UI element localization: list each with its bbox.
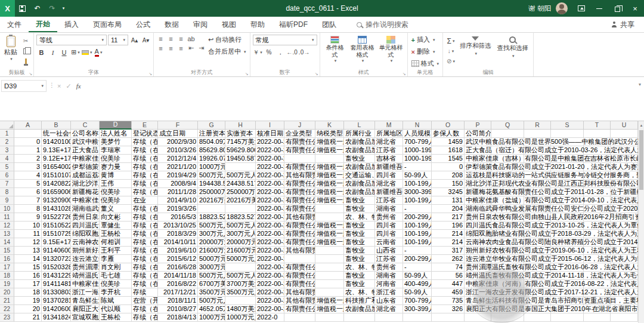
cell-N19[interactable]: 400-499人 xyxy=(403,280,432,288)
cell-B14[interactable]: 9.15E+17 xyxy=(42,238,71,247)
cell-D9[interactable]: 倪美珍 xyxy=(100,196,132,205)
copy-button[interactable] xyxy=(20,47,31,56)
cell-N2[interactable]: 700-799人 xyxy=(403,138,432,146)
cell-J15[interactable]: 其他有限责任公司 xyxy=(284,247,315,255)
cell-H8[interactable]: 250000万元人民币 xyxy=(225,188,256,196)
cell-M21[interactable]: 山东省 xyxy=(375,297,403,305)
cell-J10[interactable]: 有限责任公司 xyxy=(284,205,315,213)
scroll-up-arrow-icon[interactable]: ▲ xyxy=(639,121,644,129)
cell-C22[interactable]: 襄阳正大有限 xyxy=(71,305,100,313)
column-header-J[interactable]: J xyxy=(284,121,315,130)
column-header-P[interactable]: P xyxy=(465,121,491,130)
cell-K5[interactable]: 增值税一般纳税人 xyxy=(315,163,344,171)
cell-K17[interactable] xyxy=(315,263,344,272)
cell-A17[interactable]: 15 xyxy=(14,263,42,272)
cell-I1[interactable]: 核准日期 xyxy=(256,130,284,138)
cell-M23[interactable] xyxy=(375,313,403,322)
excel-app-icon[interactable]: X xyxy=(0,0,15,17)
cell-O17[interactable]: 74 xyxy=(432,263,465,272)
cell-F2[interactable]: 2002/9/30 xyxy=(158,138,198,146)
cell-I23[interactable]: 2022-0 xyxy=(256,313,284,322)
comma-style-button[interactable]: ， xyxy=(275,47,286,57)
cell-I15[interactable]: 2022-00-2 xyxy=(256,247,284,255)
cell-N17[interactable]: - xyxy=(403,263,432,272)
cell-M5[interactable]: 新疆维吾尔自治区 xyxy=(375,163,403,171)
row-header-14[interactable]: 14 xyxy=(0,238,14,247)
cell-L23[interactable] xyxy=(344,313,375,322)
cell-C21[interactable]: 青岛鲜生活 xyxy=(71,297,100,305)
cell-F6[interactable]: 2019/4/29 xyxy=(158,171,198,180)
cell-C7[interactable]: 湖北沙洋正邦 xyxy=(71,180,100,188)
cell-B6[interactable]: 91510107 xyxy=(42,171,71,180)
cell-J21[interactable]: 其他有限责任公司 xyxy=(284,297,315,305)
cell-D10[interactable]: 董义 xyxy=(100,205,132,213)
cell-C19[interactable]: 中粮家佳康 xyxy=(71,280,100,288)
cell-J13[interactable]: 有限责任公司 xyxy=(284,230,315,238)
cell-L13[interactable]: 畜牧业 xyxy=(344,230,375,238)
cell-H10[interactable] xyxy=(225,205,256,213)
cell-F11[interactable]: 2016/5/3 xyxy=(158,213,198,222)
cell-F12[interactable]: 2013/10/25 xyxy=(158,222,198,230)
cell-P4[interactable]: 中粮家佳康（吉林）有限公司是中粮集团在吉林省松原市长岭县投资建设的 xyxy=(465,155,491,163)
cell-G12[interactable]: 500万元人民币 xyxy=(198,222,225,230)
cell-M7[interactable]: 湖北省 xyxy=(375,180,403,188)
cell-P18[interactable]: 靖州温氏畜牧有限公司成立于2014-11-18，法定代表人为毛七雄，注册资本 xyxy=(465,272,491,280)
customize-qat-button[interactable]: ▾ xyxy=(60,0,67,17)
cell-C8[interactable]: 新疆梅花氨基酸 xyxy=(71,188,100,196)
cell-L17[interactable]: 农、林、牧、渔服务业 xyxy=(344,263,375,272)
cell-P7[interactable]: 湖北沙洋正邦现代农业有限公司是江西正邦科技股份有限公司的全资子公司 xyxy=(465,180,491,188)
cell-C16[interactable]: 连云港立华牧业 xyxy=(71,255,100,263)
cell-H2[interactable]: 7145万美元 xyxy=(225,138,256,146)
cell-L21[interactable]: 科技推广和应用服务业 xyxy=(344,297,375,305)
cell-O16[interactable]: 262 xyxy=(432,255,465,263)
cell-K9[interactable]: 增值税一般纳税人 xyxy=(315,196,344,205)
cell-N8[interactable]: 3000-3999人 xyxy=(403,188,432,196)
row-header-1[interactable]: 1 xyxy=(0,130,14,138)
row-header-19[interactable]: 19 xyxy=(0,280,14,288)
cell-G8[interactable]: 250000万元人民币 xyxy=(198,188,225,196)
cell-E3[interactable]: 存续（在业） xyxy=(132,146,158,155)
cell-A20[interactable]: 18 xyxy=(14,288,42,297)
cell-H18[interactable]: 500万元人民币 xyxy=(225,272,256,280)
cell-P13[interactable]: 绵阳双胞胎猪业有限公司成立于2018-03-29，法定代表人为王杨松，注册 xyxy=(465,230,491,238)
cell-H9[interactable]: 20216万美元 xyxy=(225,196,256,205)
column-header-R[interactable]: R xyxy=(524,121,551,130)
cell-O12[interactable]: 196 xyxy=(432,222,465,230)
cell-A16[interactable]: 14 xyxy=(14,255,42,263)
cell-L16[interactable]: 畜牧业 xyxy=(344,255,375,263)
cell-B4[interactable]: 9.12E+17 xyxy=(42,155,71,163)
cell-O19[interactable]: 447 xyxy=(432,280,465,288)
merge-center-button[interactable]: 合并后居中▾ xyxy=(207,47,247,57)
cell-H12[interactable]: 500万元人民币 xyxy=(225,222,256,230)
cell-P22[interactable]: 襄阳正大有限公司是泰国正大集团于2010年在湖北省襄阳市投资设立的现代 xyxy=(465,305,491,313)
cell-F17[interactable]: 2016/6/28 xyxy=(158,263,198,272)
cell-K19[interactable] xyxy=(315,280,344,288)
cell-L22[interactable]: 农副食品加工业 xyxy=(344,305,375,313)
cell-M11[interactable]: 贵州省 xyxy=(375,213,403,222)
cell-P2[interactable]: 武汉中粮食品有限公司是世界500强——中粮集团的武汉分公司，主要从事 xyxy=(465,138,491,146)
cell-I13[interactable]: 2022-00-2 xyxy=(256,230,284,238)
cell-G2[interactable]: 8504.09万美元 xyxy=(198,138,225,146)
cell-E17[interactable]: 存续（在业） xyxy=(132,263,158,272)
row-header-15[interactable]: 15 xyxy=(0,247,14,255)
number-format-select[interactable]: 常规▾ xyxy=(253,35,317,45)
cell-P19[interactable]: 中粮家佳康（河南）有限公司成立于2016-08-22，法定代表人为倪美珍 xyxy=(465,280,491,288)
cell-H23[interactable]: 1000万元人民币 xyxy=(225,313,256,322)
cell-A13[interactable]: 11 xyxy=(14,230,42,238)
cell-E13[interactable]: 存续（在业） xyxy=(132,230,158,238)
cell-I8[interactable]: 2022-00-2 xyxy=(256,188,284,196)
cell-D11[interactable]: 向文彬 xyxy=(100,213,132,222)
column-header-F[interactable]: F xyxy=(158,121,198,130)
cell-N5[interactable]: - xyxy=(403,163,432,171)
cell-D21[interactable]: 陈斌 xyxy=(100,297,132,305)
cell-H14[interactable]: 20000万元人民币 xyxy=(225,238,256,247)
cell-A18[interactable]: 16 xyxy=(14,272,42,280)
cell-L14[interactable]: 畜牧业 xyxy=(344,238,375,247)
cell-O23[interactable] xyxy=(432,313,465,322)
share-button[interactable]: 共享 xyxy=(611,17,644,32)
cell-A7[interactable]: 5 xyxy=(14,180,42,188)
borders-button[interactable]: ⊞▾ xyxy=(70,47,80,57)
tell-me-search[interactable]: 操作说明搜索 xyxy=(357,17,408,32)
cell-J4[interactable] xyxy=(284,155,315,163)
cell-K16[interactable] xyxy=(315,255,344,263)
